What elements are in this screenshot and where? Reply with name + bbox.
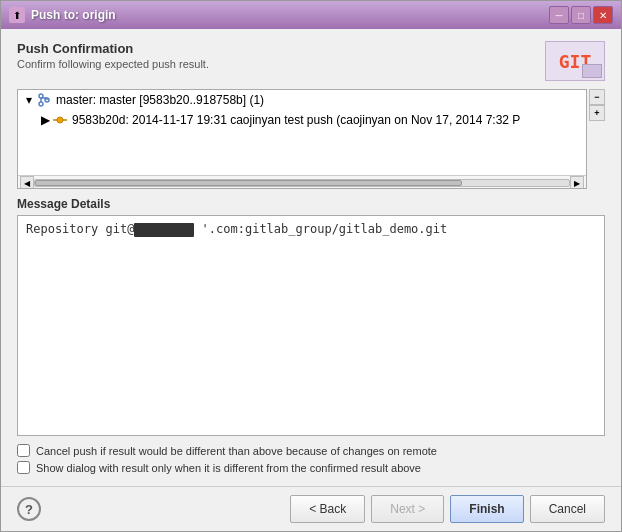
message-label: Message Details — [17, 197, 605, 211]
cancel-push-label: Cancel push if result would be different… — [36, 445, 437, 457]
title-buttons: ─ □ ✕ — [549, 6, 613, 24]
git-logo: GIT — [545, 41, 605, 81]
branch-icon — [36, 92, 52, 108]
window-title: Push to: origin — [31, 8, 116, 22]
scrollbar-thumb[interactable] — [35, 180, 462, 186]
checkbox-row-1: Cancel push if result would be different… — [17, 444, 605, 457]
redacted-text — [134, 223, 194, 237]
tree-panel-row: ▾ master — [17, 89, 605, 189]
checkboxes-section: Cancel push if result would be different… — [17, 444, 605, 474]
footer-buttons: < Back Next > Finish Cancel — [290, 495, 605, 523]
cancel-button[interactable]: Cancel — [530, 495, 605, 523]
window-icon: ⬆ — [9, 7, 25, 23]
title-bar-left: ⬆ Push to: origin — [9, 7, 116, 23]
tree-container-outer: ▾ master — [17, 89, 605, 189]
scroll-left-button[interactable]: ◀ — [20, 176, 34, 189]
minimize-button[interactable]: ─ — [549, 6, 569, 24]
commit-icon — [52, 112, 68, 128]
show-dialog-checkbox[interactable] — [17, 461, 30, 474]
tree-row-label: 9583b20d: 2014-11-17 19:31 caojinyan tes… — [72, 113, 520, 127]
header-row: Push Confirmation Confirm following expe… — [17, 41, 605, 81]
tree-row[interactable]: ▶ 9583b20d: 2014-11-17 19:31 caojinyan t… — [18, 110, 586, 130]
cancel-push-checkbox[interactable] — [17, 444, 30, 457]
collapse-icon[interactable]: ▾ — [22, 93, 36, 107]
main-window: ⬆ Push to: origin ─ □ ✕ Push Confirmatio… — [0, 0, 622, 532]
header-title: Push Confirmation — [17, 41, 209, 56]
tree-panel: ▾ master — [17, 89, 587, 189]
message-box: Repository git@ '.com:gitlab_group/gitla… — [17, 215, 605, 436]
tree-row[interactable]: ▾ master — [18, 90, 586, 110]
svg-point-1 — [39, 102, 43, 106]
show-dialog-label: Show dialog with result only when it is … — [36, 462, 421, 474]
checkbox-row-2: Show dialog with result only when it is … — [17, 461, 605, 474]
next-button[interactable]: Next > — [371, 495, 444, 523]
message-section: Message Details Repository git@ '.com:gi… — [17, 197, 605, 436]
message-text-after: '.com:gitlab_group/gitlab_demo.git — [194, 222, 447, 236]
expand-icon[interactable]: ▶ — [38, 113, 52, 127]
tree-row-label: master: master [9583b20..918758b] (1) — [56, 93, 264, 107]
scroll-right-button[interactable]: ▶ — [570, 176, 584, 189]
horizontal-scrollbar[interactable]: ◀ ▶ — [18, 175, 586, 189]
close-button[interactable]: ✕ — [593, 6, 613, 24]
content-area: Push Confirmation Confirm following expe… — [1, 29, 621, 486]
side-buttons: − + — [589, 89, 605, 189]
footer-left: ? — [17, 497, 41, 521]
help-button[interactable]: ? — [17, 497, 41, 521]
tree-inner[interactable]: ▾ master — [18, 90, 586, 175]
finish-button[interactable]: Finish — [450, 495, 523, 523]
header-text: Push Confirmation Confirm following expe… — [17, 41, 209, 70]
footer: ? < Back Next > Finish Cancel — [1, 486, 621, 531]
scrollbar-track[interactable] — [34, 179, 570, 187]
collapse-all-button[interactable]: − — [589, 89, 605, 105]
expand-all-button[interactable]: + — [589, 105, 605, 121]
header-subtitle: Confirm following expected push result. — [17, 58, 209, 70]
svg-point-6 — [57, 117, 63, 123]
back-button[interactable]: < Back — [290, 495, 365, 523]
maximize-button[interactable]: □ — [571, 6, 591, 24]
message-text-before: Repository git@ — [26, 222, 134, 236]
title-bar: ⬆ Push to: origin ─ □ ✕ — [1, 1, 621, 29]
